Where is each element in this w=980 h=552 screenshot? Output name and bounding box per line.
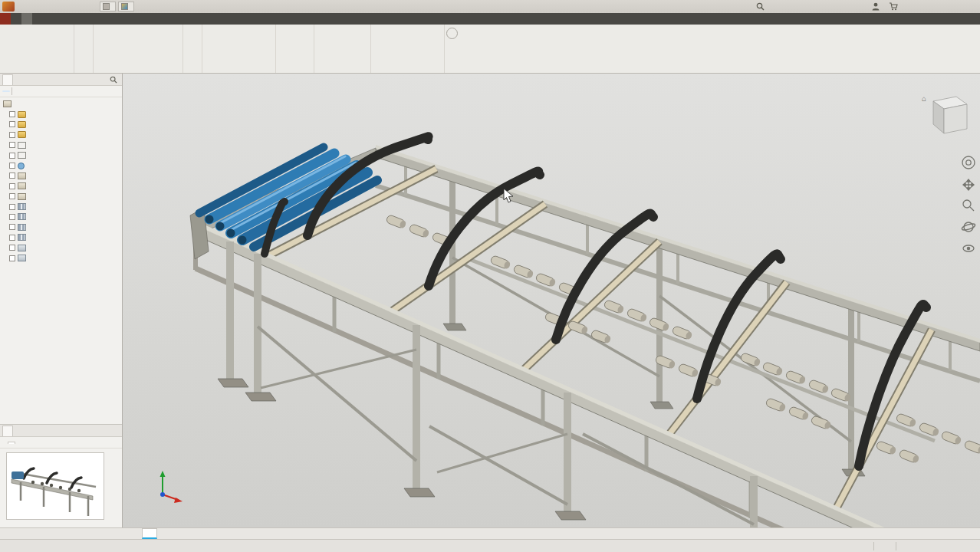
navigation-wheel-icon[interactable] [962,156,975,169]
logic-tab-rules[interactable] [2,442,8,443]
tab-vault[interactable] [140,13,150,25]
close-button[interactable] [963,1,978,12]
expand-icon[interactable] [9,255,15,261]
look-at-icon[interactable] [963,245,974,251]
ground-and-root-button[interactable] [278,25,312,44]
tab-file[interactable] [0,13,11,25]
new-file-icon[interactable] [17,2,28,12]
viewport-3d-scene[interactable]: ⌂ [123,74,980,527]
browser-tab-model[interactable] [2,74,13,85]
hide-all-button[interactable] [166,50,181,61]
panel-label-pattern[interactable] [185,63,200,73]
pan-icon[interactable] [963,179,974,190]
panel-label-manage[interactable] [204,63,274,73]
expand-icon[interactable] [9,172,15,179]
expand-icon[interactable] [9,183,15,189]
cart-icon[interactable] [889,2,898,11]
bill-of-materials-button[interactable] [204,25,238,44]
tab-factory[interactable] [11,13,21,25]
tab-manage[interactable] [97,13,107,25]
ribbon-options-chevron-icon[interactable] [172,13,181,25]
material-dropdown[interactable] [100,2,116,12]
tree-item-cv-200-000-f[interactable] [8,192,122,202]
grid-icon[interactable] [150,2,162,12]
search-input[interactable] [769,2,867,12]
tree-item-outline[interactable] [8,140,122,150]
tree-item-cv-100-012[interactable] [8,181,122,191]
open-icon[interactable] [31,2,42,12]
tree-item-cv-100-010[interactable] [8,171,122,181]
search-icon[interactable] [756,2,765,11]
panel-label-relationships[interactable] [95,63,181,73]
tree-item-floor[interactable] [8,253,122,263]
browser-search-icon[interactable] [110,76,117,84]
tree-item-lower-upper-rollers-pat[interactable] [8,212,122,222]
viewport-3d[interactable]: ⌂ [123,74,980,527]
minimize-button[interactable] [923,1,939,12]
free-move-button[interactable] [76,27,91,38]
tree-item-origin[interactable] [8,130,122,140]
maximize-button[interactable] [943,1,959,12]
tree-item-root[interactable] [2,99,122,109]
tree-item-midbeam-pat[interactable] [8,232,122,242]
tab-design[interactable] [32,13,43,25]
create-button[interactable] [38,25,72,44]
tree-item-cv-100-000-fr[interactable] [8,242,122,252]
place-button[interactable] [2,25,37,44]
tree-item-extended-outline[interactable] [8,150,122,160]
expand-icon[interactable] [9,214,15,220]
measure-icon[interactable] [136,2,148,12]
forms-thumbnail[interactable] [6,452,104,520]
constrain-button[interactable] [130,25,165,44]
tree-item-frame-ends-pat[interactable] [8,222,122,232]
expand-icon[interactable] [9,224,15,230]
home-tab-icon[interactable] [127,529,140,539]
tab-assemble[interactable] [21,13,32,25]
point-button[interactable] [351,38,369,50]
tab-sketch[interactable] [54,13,64,25]
app-logo-icon[interactable] [2,2,15,12]
plane-button[interactable] [316,25,350,44]
expand-icon[interactable] [9,245,15,251]
user-avatar-icon[interactable] [872,2,880,11]
tab-collaborate[interactable] [150,13,161,25]
expand-icon[interactable] [9,142,15,148]
expand-icon[interactable] [9,163,15,169]
tab-view[interactable] [107,13,118,25]
joint-button[interactable] [95,25,130,44]
view-cube[interactable]: ⌂ [922,94,967,133]
show-button[interactable] [166,27,181,38]
copy-button[interactable] [185,50,200,61]
tree-item-belt[interactable] [8,160,122,170]
tab-inspect[interactable] [75,13,86,25]
parameters-button[interactable] [239,25,274,44]
expand-icon[interactable] [9,132,15,138]
tree-item-representations[interactable] [8,120,122,130]
tree-item-leg-supports-pat[interactable] [8,202,122,212]
shrinkwrap-substitute-button[interactable] [408,25,442,44]
ribbon-overflow-button[interactable] [446,28,458,39]
tab-tools[interactable] [86,13,97,25]
panel-label-work-features[interactable] [316,63,369,73]
document-tab-active[interactable] [142,528,157,539]
logic-tab-global-forms[interactable] [15,442,21,443]
panel-label-position[interactable] [76,63,91,73]
show-sick-button[interactable] [166,38,181,50]
print-icon[interactable] [86,2,97,12]
zoom-icon[interactable] [963,200,974,211]
expand-icon[interactable] [9,153,15,159]
free-rotate-button[interactable] [76,38,91,50]
subtab-modeling[interactable] [14,90,21,92]
panel-label-component[interactable] [2,63,72,73]
ucs-button[interactable] [351,50,369,61]
shrinkwrap-button[interactable] [373,25,407,44]
logic-tab[interactable] [2,426,13,436]
viewcube-home-icon[interactable]: ⌂ [922,94,926,103]
tab-get-started[interactable] [129,13,140,25]
tab-annotate[interactable] [64,13,75,25]
expand-icon[interactable] [9,204,15,210]
expand-icon[interactable] [9,235,15,241]
help-icon[interactable] [903,2,914,12]
tab-3d-model[interactable] [43,13,54,25]
tree-item-relationships[interactable] [8,109,122,119]
